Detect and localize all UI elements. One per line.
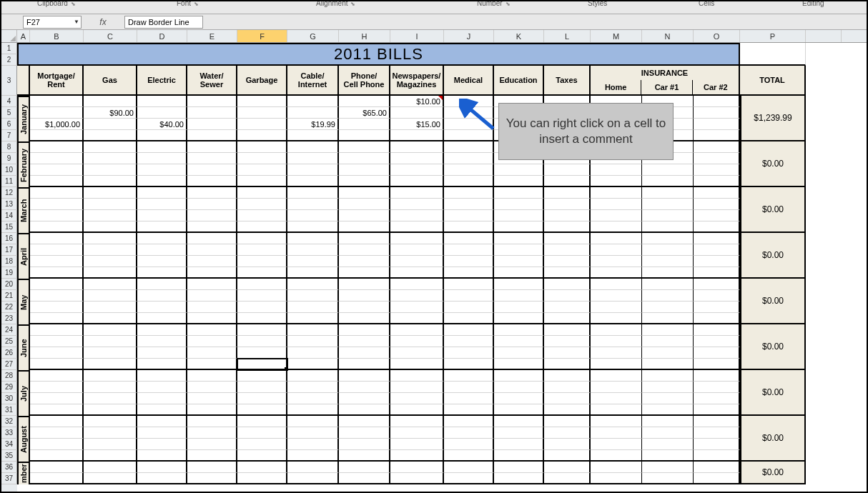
- cell-J31[interactable]: [444, 404, 494, 416]
- row-header-30[interactable]: 30: [1, 393, 17, 404]
- cell-L27[interactable]: [544, 359, 591, 370]
- cell-G35[interactable]: [287, 450, 339, 462]
- cell-I32[interactable]: [390, 416, 444, 427]
- cell-D37[interactable]: [137, 473, 187, 484]
- cell-G29[interactable]: [287, 382, 339, 393]
- row-header-2[interactable]: 2: [1, 54, 17, 66]
- cell-I5[interactable]: [390, 107, 444, 119]
- cell-I29[interactable]: [390, 382, 444, 393]
- cell-B28[interactable]: [30, 370, 84, 382]
- cell-G16[interactable]: [287, 233, 339, 244]
- cell-F29[interactable]: [237, 382, 287, 393]
- cell-M14[interactable]: [591, 210, 642, 221]
- cell-C16[interactable]: [84, 233, 137, 244]
- cell-L24[interactable]: [544, 324, 591, 336]
- cell-H13[interactable]: [339, 199, 390, 210]
- cell-D31[interactable]: [137, 404, 187, 416]
- cell-E11[interactable]: [187, 176, 237, 187]
- cell-D8[interactable]: [137, 141, 187, 153]
- cell-K26[interactable]: [494, 347, 544, 359]
- cell-M31[interactable]: [591, 404, 642, 416]
- row-header-14[interactable]: 14: [1, 210, 17, 221]
- cell-M35[interactable]: [591, 450, 642, 462]
- cell-C11[interactable]: [84, 176, 137, 187]
- cell-E12[interactable]: [187, 187, 237, 199]
- cell-O19[interactable]: [694, 267, 740, 279]
- cell-H7[interactable]: [339, 130, 390, 141]
- row-header-26[interactable]: 26: [1, 347, 17, 359]
- cell-H34[interactable]: [339, 439, 390, 450]
- cell-K25[interactable]: [494, 336, 544, 347]
- cell-C24[interactable]: [84, 324, 137, 336]
- cell-G37[interactable]: [287, 473, 339, 484]
- cell-O18[interactable]: [694, 256, 740, 267]
- cell-J34[interactable]: [444, 439, 494, 450]
- cell-E26[interactable]: [187, 347, 237, 359]
- cell-F30[interactable]: [237, 393, 287, 404]
- cell-D26[interactable]: [137, 347, 187, 359]
- col-header-I[interactable]: I: [390, 30, 444, 42]
- cell-O34[interactable]: [694, 439, 740, 450]
- cell-I10[interactable]: [390, 164, 444, 176]
- cell-M10[interactable]: [591, 164, 642, 176]
- cell-N26[interactable]: [642, 347, 694, 359]
- cell-H11[interactable]: [339, 176, 390, 187]
- cell-O25[interactable]: [694, 336, 740, 347]
- cell-J23[interactable]: [444, 313, 494, 324]
- cell-L33[interactable]: [544, 427, 591, 439]
- cell-K16[interactable]: [494, 233, 544, 244]
- cell-D34[interactable]: [137, 439, 187, 450]
- cell-N22[interactable]: [642, 302, 694, 313]
- row-header-3[interactable]: 3: [1, 66, 17, 96]
- cell-M25[interactable]: [591, 336, 642, 347]
- cell-E25[interactable]: [187, 336, 237, 347]
- cell-H14[interactable]: [339, 210, 390, 221]
- cell-O8[interactable]: [694, 141, 740, 153]
- row-header-16[interactable]: 16: [1, 233, 17, 244]
- cell-D32[interactable]: [137, 416, 187, 427]
- cell-G6[interactable]: $19.99: [287, 119, 339, 130]
- cell-I36[interactable]: [390, 462, 444, 473]
- cell-F35[interactable]: [237, 450, 287, 462]
- cell-O20[interactable]: [694, 279, 740, 290]
- cell-M20[interactable]: [591, 279, 642, 290]
- cell-G26[interactable]: [287, 347, 339, 359]
- cell-G34[interactable]: [287, 439, 339, 450]
- cell-O14[interactable]: [694, 210, 740, 221]
- cell-F23[interactable]: [237, 313, 287, 324]
- cell-I28[interactable]: [390, 370, 444, 382]
- cell-E23[interactable]: [187, 313, 237, 324]
- cell-G25[interactable]: [287, 336, 339, 347]
- cell-G28[interactable]: [287, 370, 339, 382]
- cell-J30[interactable]: [444, 393, 494, 404]
- cell-N31[interactable]: [642, 404, 694, 416]
- cell-J12[interactable]: [444, 187, 494, 199]
- cell-B37[interactable]: [30, 473, 84, 484]
- cell-H24[interactable]: [339, 324, 390, 336]
- cell-K35[interactable]: [494, 450, 544, 462]
- cell-G20[interactable]: [287, 279, 339, 290]
- cell-B19[interactable]: [30, 267, 84, 279]
- cell-I16[interactable]: [390, 233, 444, 244]
- cell-N19[interactable]: [642, 267, 694, 279]
- cell-E27[interactable]: [187, 359, 237, 370]
- cell-J35[interactable]: [444, 450, 494, 462]
- cell-D22[interactable]: [137, 302, 187, 313]
- row-header-9[interactable]: 9: [1, 153, 17, 164]
- cell-M13[interactable]: [591, 199, 642, 210]
- cell-O28[interactable]: [694, 370, 740, 382]
- cell-G32[interactable]: [287, 416, 339, 427]
- cell-H8[interactable]: [339, 141, 390, 153]
- cell-G14[interactable]: [287, 210, 339, 221]
- cell-M15[interactable]: [591, 221, 642, 233]
- row-header-28[interactable]: 28: [1, 370, 17, 382]
- cell-E8[interactable]: [187, 141, 237, 153]
- cell-O15[interactable]: [694, 221, 740, 233]
- cell-G4[interactable]: [287, 96, 339, 107]
- cell-G7[interactable]: [287, 130, 339, 141]
- row-header-34[interactable]: 34: [1, 439, 17, 450]
- cell-C8[interactable]: [84, 141, 137, 153]
- row-header-35[interactable]: 35: [1, 450, 17, 462]
- cell-D35[interactable]: [137, 450, 187, 462]
- cell-J33[interactable]: [444, 427, 494, 439]
